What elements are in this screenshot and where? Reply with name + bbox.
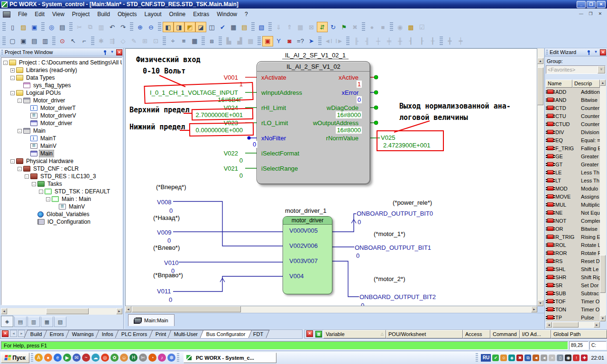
column-header-name[interactable]: Name xyxy=(546,80,572,88)
tray-icon[interactable]: ☺ xyxy=(500,355,507,361)
wizard-fb-row[interactable]: MOD Modulo xyxy=(546,184,600,192)
wizard-fb-row[interactable]: SHR Shift Rig xyxy=(546,273,600,281)
scroll-right-icon[interactable]: ► xyxy=(116,308,122,314)
input-variable[interactable]: V011 xyxy=(157,288,171,295)
menu-item[interactable]: Objects xyxy=(114,9,141,19)
toolbar-icon[interactable]: ▦ xyxy=(228,22,239,32)
toolbar-icon[interactable]: ↖ xyxy=(68,36,79,46)
toolbar-icon[interactable]: ● xyxy=(367,22,377,32)
wizard-fb-row[interactable]: GE Greater xyxy=(546,152,600,160)
mdi-minimize-button[interactable]: — xyxy=(577,11,585,18)
xref-column-header[interactable]: Global Path△ xyxy=(551,330,607,338)
fb1-pin[interactable]: xActivate xyxy=(261,74,286,81)
toolbar-icon[interactable] xyxy=(130,22,133,32)
toolbar-icon[interactable]: ⇵ xyxy=(317,22,328,32)
fb1-pin[interactable]: iSelectFormat xyxy=(261,150,299,157)
tree-node[interactable]: + Libraries (read-only) xyxy=(1,66,122,74)
tray-icon[interactable]: ⧉ xyxy=(524,355,531,361)
message-tab[interactable]: Bus Configurator xyxy=(200,330,251,338)
annotation-box[interactable] xyxy=(377,130,444,151)
fb2-pin[interactable]: V006 xyxy=(304,242,318,249)
toolbar-icon[interactable]: ⇶ xyxy=(107,36,118,46)
language-indicator[interactable]: RU xyxy=(481,354,491,362)
input-variable[interactable]: V022 xyxy=(224,150,238,157)
wizard-fb-row[interactable]: R_TRIG Rising E xyxy=(546,233,600,241)
toolbar-icon[interactable]: ➤ xyxy=(306,36,317,46)
fb1-pin[interactable]: rHI_Limit xyxy=(261,104,286,111)
tree-view-tab[interactable]: ▤ xyxy=(14,317,27,327)
fb2-pin[interactable]: V007 xyxy=(304,257,318,264)
tree-node[interactable]: - Motor_driver xyxy=(1,97,122,104)
tray-icon[interactable]: ▯ xyxy=(557,355,563,361)
tree-node[interactable]: MainV xyxy=(1,142,122,150)
xref-column-header[interactable]: I/O Ad...△ xyxy=(520,330,551,338)
wizard-fb-row[interactable]: RS Reset D xyxy=(546,257,600,265)
toolbar-icon[interactable]: ■ xyxy=(377,22,388,32)
expand-toggle[interactable]: - xyxy=(46,197,50,201)
toolbar-icon[interactable]: ╟ xyxy=(351,36,362,46)
quick-launch-icon[interactable]: ♪ xyxy=(158,354,166,362)
fb1-instance-label[interactable]: IL_AI_2_SF_V1_02_1 xyxy=(282,52,349,59)
minimize-button[interactable]: _ xyxy=(577,1,586,8)
fb1-pin[interactable]: rLO_Limit xyxy=(261,119,288,127)
toolbar-icon[interactable] xyxy=(258,36,261,46)
fb1-pin[interactable]: wDiagCode xyxy=(327,104,359,111)
quick-launch-icon[interactable]: ▶ xyxy=(63,354,71,362)
fb2-pin[interactable]: V000 xyxy=(289,227,304,234)
annotation-text[interactable]: Верхний предел xyxy=(129,106,189,114)
close-button[interactable]: ✕ xyxy=(597,1,606,8)
comment[interactable]: (*power_rele*) xyxy=(393,199,432,206)
expand-toggle[interactable]: - xyxy=(32,182,36,186)
wizard-fb-row[interactable]: TON Timer O xyxy=(546,305,600,313)
tree-node[interactable]: IO_Configuration xyxy=(1,218,122,226)
menu-item[interactable]: Layout xyxy=(141,9,166,19)
toolbar-icon[interactable]: ▣ xyxy=(29,22,40,32)
scroll-up-icon[interactable]: ▲ xyxy=(600,80,606,86)
toolbar-icon[interactable]: ╢ xyxy=(362,36,373,46)
scroll-thumb[interactable] xyxy=(552,322,579,328)
quick-launch-icon[interactable]: H xyxy=(129,354,138,362)
toolbar-icon[interactable] xyxy=(440,36,443,46)
toolbar-icon[interactable]: ÷ xyxy=(167,36,178,46)
toolbar-icon[interactable]: ⊠ xyxy=(306,22,317,32)
tree-node[interactable]: - Project : C:\Documents and Settings\Al… xyxy=(1,59,122,66)
toolbar-icon[interactable]: ✎ xyxy=(129,36,139,46)
wizard-fb-row[interactable]: SHL Shift Le xyxy=(546,265,600,273)
annotation-text[interactable]: Физический вход xyxy=(136,55,200,64)
scroll-right-icon[interactable]: ► xyxy=(594,322,600,328)
comment[interactable]: (*motor_1*) xyxy=(374,230,405,237)
wizard-fb-row[interactable]: LE Less Th xyxy=(546,168,600,176)
column-header-description[interactable]: Descrip xyxy=(572,80,600,88)
mdi-close-button[interactable]: ✕ xyxy=(596,11,604,18)
toolbar-icon[interactable]: ◩ xyxy=(184,22,195,32)
annotation-text[interactable]: Выход нормализованной ана- xyxy=(399,102,511,110)
wizard-vertical-scrollbar[interactable]: ▲ ▼ xyxy=(600,80,606,321)
scroll-thumb[interactable] xyxy=(537,67,543,105)
quick-launch-icon[interactable]: A xyxy=(35,354,43,362)
scroll-right-icon[interactable]: ► xyxy=(531,306,537,312)
expand-toggle[interactable]: - xyxy=(10,76,15,80)
toolbar-icon[interactable]: ┼ xyxy=(373,36,384,46)
tree-node[interactable]: - STD_TSK : DEFAULT xyxy=(1,188,122,195)
fb1-pin[interactable]: iSelectRange xyxy=(261,165,298,172)
tab-scroll-left-icon[interactable]: ◄ xyxy=(10,330,17,337)
tray-icon[interactable]: ✔ xyxy=(492,355,499,361)
wizard-fb-row[interactable]: CTD Counter xyxy=(546,104,600,112)
comment[interactable]: (*Назад*) xyxy=(153,214,180,221)
fb1-pin[interactable]: xError xyxy=(342,89,359,96)
toolbar-icon[interactable] xyxy=(362,22,365,32)
wizard-fb-row[interactable]: GT Greater xyxy=(546,160,600,168)
pin-icon[interactable] xyxy=(102,49,108,55)
toolbar-icon[interactable]: ▧ xyxy=(256,22,267,32)
wizard-fb-row[interactable]: MOVE Assigns xyxy=(546,192,600,200)
annotation-box[interactable] xyxy=(192,108,253,121)
toolbar-icon[interactable] xyxy=(91,36,94,46)
expand-toggle[interactable]: + xyxy=(10,68,15,73)
mdi-restore-button[interactable]: ❐ xyxy=(587,11,595,18)
fb2-pin[interactable]: V004 xyxy=(289,273,304,280)
toolbar-icon[interactable] xyxy=(69,22,73,32)
tree-node[interactable]: Motor_driverT xyxy=(1,104,122,112)
scroll-left-icon[interactable]: ◄ xyxy=(1,308,7,314)
fb2-instance-label[interactable]: motor_driver_1 xyxy=(285,207,326,214)
toolbar-icon[interactable]: ┿ xyxy=(455,36,466,46)
